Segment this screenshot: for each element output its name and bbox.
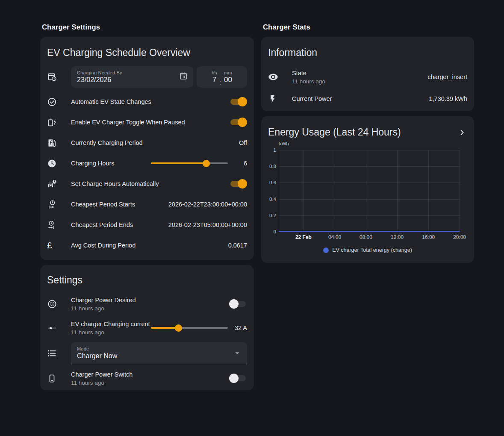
- charging-hours-slider[interactable]: [151, 159, 228, 168]
- row-label: State: [292, 70, 427, 77]
- row-current-power: Current Power 1,730.39 kWh: [261, 89, 474, 109]
- mode-select-label: Mode: [77, 346, 233, 351]
- calendar-icon[interactable]: [179, 71, 188, 82]
- charging-current-slider[interactable]: [151, 324, 228, 332]
- car-clock-icon: [47, 179, 71, 189]
- row-label: Charger Power Desired: [71, 297, 229, 303]
- flash-icon: [268, 94, 292, 103]
- schedule-card-title: EV Charging Schedule Overview: [40, 37, 254, 61]
- charging-needed-by-time-field[interactable]: hh 7 : mm 00: [197, 66, 247, 88]
- list-icon: [47, 348, 71, 358]
- charging-needed-by-row: Charging Needed By 23/02/2026 hh 7 : mm …: [40, 66, 254, 88]
- slider-icon: [47, 323, 71, 333]
- section-title-charger-settings: Charger Settings: [42, 23, 100, 31]
- clock-start-icon: [47, 200, 71, 209]
- state-value: charger_insert: [427, 74, 467, 80]
- cheapest-period-starts-value: 2026-02-22T23:00:00+00:00: [168, 201, 247, 208]
- charging-hours-value: 6: [228, 160, 247, 167]
- enable-ev-charger-toggle[interactable]: [229, 117, 247, 127]
- current-power-value: 1,730.39 kWh: [429, 95, 467, 102]
- row-charging-hours: Charging Hours 6: [40, 153, 254, 174]
- minute-value: 00: [224, 76, 232, 84]
- row-label: EV charger Charging current: [71, 321, 151, 327]
- legend-dot: [323, 247, 329, 253]
- chart-unit-label: kWh: [279, 141, 289, 146]
- energy-usage-card: Energy Usage (Last 24 Hours) kWh 00.20.4…: [261, 116, 474, 263]
- row-cheapest-period-starts: Cheapest Period Starts 2026-02-22T23:00:…: [40, 194, 254, 215]
- clock-icon: [47, 159, 71, 168]
- hour-value: 7: [212, 76, 216, 84]
- calendar-clock-icon: [47, 72, 71, 82]
- row-last-updated: 11 hours ago: [71, 329, 151, 336]
- cheapest-period-ends-value: 2026-02-23T05:00:00+00:00: [168, 221, 247, 228]
- row-label: Set Charge Hours Automatically: [71, 180, 229, 187]
- row-label: Cheapest Period Ends: [71, 221, 168, 228]
- row-cheapest-period-ends: Cheapest Period Ends 2026-02-23T05:00:00…: [40, 215, 254, 235]
- ev-plug-icon: [47, 299, 71, 309]
- row-set-charge-hours-auto: Set Charge Hours Automatically: [40, 174, 254, 194]
- date-field-label: Charging Needed By: [77, 70, 179, 75]
- menu-down-icon: [233, 348, 242, 358]
- row-label: Avg Cost During Period: [71, 242, 228, 249]
- chart-legend-item[interactable]: EV charger Total energy (change): [261, 247, 474, 253]
- hour-column[interactable]: hh 7: [212, 70, 217, 84]
- charger-power-desired-toggle[interactable]: [229, 299, 247, 309]
- slider-thumb[interactable]: [203, 160, 210, 167]
- eye-icon: [268, 72, 292, 82]
- settings-card-title: Settings: [40, 265, 254, 288]
- row-last-updated: 11 hours ago: [71, 305, 229, 312]
- slider-thumb[interactable]: [175, 324, 182, 332]
- row-label: Cheapest Period Starts: [71, 201, 168, 208]
- charging-current-value: 32 A: [228, 324, 247, 331]
- row-last-updated: 11 hours ago: [71, 380, 229, 386]
- settings-card: Settings Charger Power Desired 11 hours …: [40, 265, 254, 390]
- row-label: Enable EV Charger Toggle When Paused: [71, 119, 229, 126]
- avg-cost-value: 0.0617: [228, 242, 247, 249]
- row-automatic-ev-state-changes: Automatic EV State Changes: [40, 91, 254, 112]
- section-title-charger-stats: Charger Stats: [263, 23, 310, 31]
- currency-gbp-icon: £: [47, 240, 71, 250]
- battery-charging-icon: [47, 118, 71, 127]
- energy-usage-title: Energy Usage (Last 24 Hours): [261, 116, 474, 140]
- row-ev-charger-current: EV charger Charging current 11 hours ago…: [40, 316, 254, 340]
- schedule-card: EV Charging Schedule Overview Charging N…: [40, 37, 254, 260]
- clock-end-icon: [47, 220, 71, 230]
- dashboard: Charger Settings EV Charging Schedule Ov…: [0, 0, 504, 436]
- time-separator: :: [220, 79, 221, 88]
- mode-select-value: Charger Now: [77, 352, 233, 360]
- tablet-icon: [47, 374, 71, 383]
- chart-plot: [279, 150, 460, 232]
- automatic-ev-state-changes-toggle[interactable]: [229, 97, 247, 107]
- date-field-value: 23/02/2026: [77, 76, 179, 84]
- charging-needed-by-date-field[interactable]: Charging Needed By 23/02/2026: [71, 66, 193, 88]
- row-charger-power-desired: Charger Power Desired 11 hours ago: [40, 292, 254, 316]
- row-last-updated: 11 hours ago: [292, 78, 427, 85]
- ev-station-icon: [47, 138, 71, 148]
- minute-column[interactable]: mm 00: [224, 70, 232, 84]
- schedule-rows: Automatic EV State Changes Enable EV Cha…: [40, 91, 254, 256]
- row-label: Automatic EV State Changes: [71, 98, 229, 105]
- chart-x-labels: 22 Feb04:0008:0012:0016:0020:00: [279, 234, 460, 241]
- row-label: Currently Charging Period: [71, 139, 239, 146]
- row-enable-ev-charger-toggle: Enable EV Charger Toggle When Paused: [40, 112, 254, 133]
- row-label: Charger Power Switch: [71, 371, 229, 378]
- information-card: Information State 11 hours ago charger_i…: [261, 37, 474, 111]
- legend-label: EV charger Total energy (change): [332, 247, 412, 253]
- minute-label: mm: [224, 70, 232, 75]
- set-charge-hours-toggle[interactable]: [229, 179, 247, 189]
- chevron-right-icon[interactable]: [457, 127, 467, 138]
- charger-power-switch-toggle[interactable]: [229, 373, 247, 383]
- chart-y-labels: 00.20.40.60.81: [261, 150, 276, 232]
- row-label: Charging Hours: [71, 160, 151, 167]
- row-mode: Mode Charger Now: [40, 340, 254, 366]
- mode-select[interactable]: Mode Charger Now: [71, 342, 247, 364]
- row-charger-power-switch: Charger Power Switch 11 hours ago: [40, 366, 254, 390]
- row-currently-charging-period: Currently Charging Period Off: [40, 133, 254, 153]
- currently-charging-period-value: Off: [239, 139, 247, 146]
- row-avg-cost: £ Avg Cost During Period 0.0617: [40, 235, 254, 256]
- row-label: Current Power: [292, 95, 429, 102]
- hour-label: hh: [212, 70, 217, 75]
- information-card-title: Information: [261, 37, 474, 61]
- check-circle-icon: [47, 97, 71, 107]
- row-state: State 11 hours ago charger_insert: [261, 65, 474, 89]
